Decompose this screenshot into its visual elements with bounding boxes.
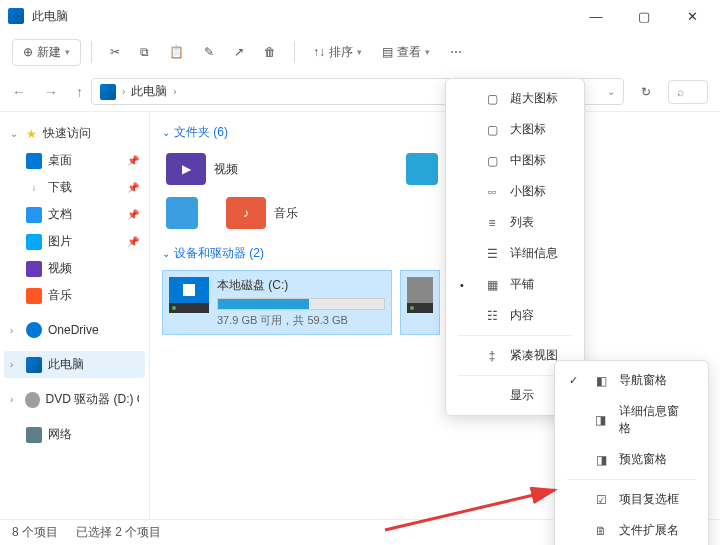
drive-d[interactable]: [400, 270, 440, 335]
sidebar-documents[interactable]: 文档 📌: [4, 201, 145, 228]
drive-icon: [407, 277, 433, 313]
up-button[interactable]: ↑: [76, 84, 83, 100]
delete-button[interactable]: 🗑: [256, 39, 284, 65]
chevron-down-icon: ⌄: [162, 248, 170, 259]
menu-extra-large-icons[interactable]: ▢超大图标: [450, 83, 580, 114]
picture-folder-icon: [406, 153, 438, 185]
menu-navigation-pane[interactable]: ✓◧导航窗格: [559, 365, 704, 396]
rename-icon: ✎: [204, 45, 214, 59]
rename-button[interactable]: ✎: [196, 39, 222, 65]
menu-large-icons[interactable]: ▢大图标: [450, 114, 580, 145]
search-icon: ⌕: [677, 85, 684, 99]
paste-button[interactable]: 📋: [161, 39, 192, 65]
separator: [91, 41, 92, 63]
chevron-right-icon: ›: [10, 394, 19, 405]
chevron-down-icon[interactable]: ⌄: [607, 86, 615, 97]
desktop-icon: [26, 153, 42, 169]
label: 文档: [48, 206, 72, 223]
close-button[interactable]: ✕: [672, 9, 712, 24]
maximize-button[interactable]: ▢: [624, 9, 664, 24]
label: 桌面: [48, 152, 72, 169]
back-button[interactable]: ←: [12, 84, 26, 100]
section-label: 文件夹 (6): [174, 124, 228, 141]
chevron-down-icon: ▾: [425, 47, 430, 57]
pin-icon: 📌: [127, 182, 139, 193]
share-button[interactable]: ↗: [226, 39, 252, 65]
copy-button[interactable]: ⧉: [132, 39, 157, 65]
ellipsis-icon: ⋯: [450, 45, 462, 59]
chevron-down-icon: ▾: [357, 47, 362, 57]
sidebar: ⌄ ★ 快速访问 桌面 📌 ↓ 下载 📌 文档 📌 图片 📌 视频: [0, 112, 150, 519]
drive-icon: [169, 277, 209, 313]
star-icon: ★: [26, 127, 37, 141]
chevron-right-icon: ›: [122, 86, 125, 97]
search-box[interactable]: ⌕: [668, 80, 708, 104]
folder-pictures[interactable]: [402, 149, 442, 189]
menu-preview-pane[interactable]: ◨预览窗格: [559, 444, 704, 475]
sort-button[interactable]: ↑↓ 排序 ▾: [305, 38, 370, 67]
chevron-down-icon: ▾: [65, 47, 70, 57]
label: 下载: [48, 179, 72, 196]
forward-button[interactable]: →: [44, 84, 58, 100]
trash-icon: 🗑: [264, 45, 276, 59]
sidebar-pictures[interactable]: 图片 📌: [4, 228, 145, 255]
label: DVD 驱动器 (D:) CI: [46, 391, 139, 408]
sidebar-desktop[interactable]: 桌面 📌: [4, 147, 145, 174]
refresh-button[interactable]: ↻: [632, 85, 660, 99]
download-folder-icon: [166, 197, 198, 229]
folder-label: 视频: [214, 161, 238, 178]
sidebar-videos[interactable]: 视频: [4, 255, 145, 282]
menu-list[interactable]: ≡列表: [450, 207, 580, 238]
pin-icon: 📌: [127, 155, 139, 166]
item-count: 8 个项目: [12, 524, 58, 541]
menu-medium-icons[interactable]: ▢中图标: [450, 145, 580, 176]
menu-file-extensions[interactable]: 🗎文件扩展名: [559, 515, 704, 545]
separator: [294, 41, 295, 63]
window-title: 此电脑: [32, 8, 576, 25]
folder-videos[interactable]: ▶ 视频: [162, 149, 382, 189]
label: OneDrive: [48, 323, 99, 337]
toolbar: ⊕ 新建 ▾ ✂ ⧉ 📋 ✎ ↗ 🗑 ↑↓ 排序 ▾ ▤ 查看 ▾ ⋯: [0, 32, 720, 72]
section-folders[interactable]: ⌄ 文件夹 (6): [162, 124, 708, 141]
drive-capacity-text: 37.9 GB 可用，共 59.3 GB: [217, 313, 385, 328]
sidebar-network[interactable]: 网络: [4, 421, 145, 448]
picture-icon: [26, 234, 42, 250]
sidebar-music[interactable]: 音乐: [4, 282, 145, 309]
menu-details-pane[interactable]: ◨详细信息窗格: [559, 396, 704, 444]
list-icon: ≡: [484, 216, 500, 230]
sidebar-onedrive[interactable]: › OneDrive: [4, 317, 145, 343]
chevron-down-icon: ⌄: [162, 127, 170, 138]
minimize-button[interactable]: —: [576, 9, 616, 24]
check-icon: ✓: [569, 374, 583, 387]
chevron-down-icon: ⌄: [10, 128, 20, 139]
plus-icon: ⊕: [23, 45, 33, 59]
pin-icon: 📌: [127, 209, 139, 220]
music-icon: [26, 288, 42, 304]
more-button[interactable]: ⋯: [442, 39, 470, 65]
pane-icon: ◨: [593, 453, 609, 467]
document-icon: [26, 207, 42, 223]
app-icon: [8, 8, 24, 24]
folder-downloads[interactable]: [162, 193, 202, 233]
sidebar-thispc[interactable]: › 此电脑: [4, 351, 145, 378]
folder-music[interactable]: ♪ 音乐: [222, 193, 442, 233]
sidebar-downloads[interactable]: ↓ 下载 📌: [4, 174, 145, 201]
folder-label: 音乐: [274, 205, 298, 222]
menu-tiles[interactable]: •▦平铺: [450, 269, 580, 300]
menu-details[interactable]: ☰详细信息: [450, 238, 580, 269]
menu-small-icons[interactable]: ▫▫小图标: [450, 176, 580, 207]
new-button[interactable]: ⊕ 新建 ▾: [12, 39, 81, 66]
network-icon: [26, 427, 42, 443]
sidebar-dvd[interactable]: › DVD 驱动器 (D:) CI: [4, 386, 145, 413]
section-drives[interactable]: ⌄ 设备和驱动器 (2): [162, 245, 708, 262]
chevron-right-icon: ›: [173, 86, 176, 97]
menu-content[interactable]: ☷内容: [450, 300, 580, 331]
menu-separator: [458, 335, 572, 336]
address-location: 此电脑: [131, 83, 167, 100]
view-button[interactable]: ▤ 查看 ▾: [374, 38, 438, 67]
cut-button[interactable]: ✂: [102, 39, 128, 65]
menu-item-checkboxes[interactable]: ☑项目复选框: [559, 484, 704, 515]
onedrive-icon: [26, 322, 42, 338]
sidebar-quick-access[interactable]: ⌄ ★ 快速访问: [4, 120, 145, 147]
drive-c[interactable]: 本地磁盘 (C:) 37.9 GB 可用，共 59.3 GB: [162, 270, 392, 335]
